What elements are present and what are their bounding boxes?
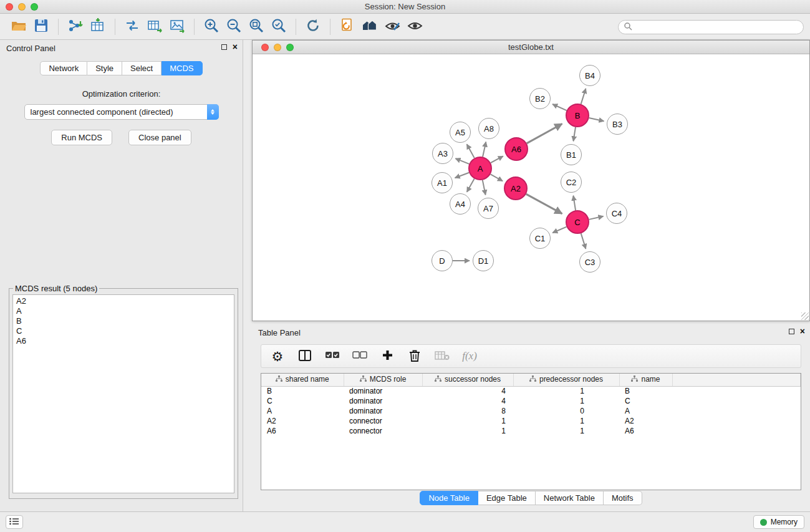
show-columns-button[interactable] — [297, 347, 312, 365]
graph-node-B4[interactable]: B4 — [579, 65, 600, 86]
column-header-name[interactable]: name — [619, 374, 672, 386]
graph-edge-A-A6[interactable] — [491, 156, 503, 163]
column-header-shared-name[interactable]: shared name — [261, 374, 344, 386]
graph-edge-A6-B[interactable] — [527, 124, 562, 143]
graph-node-C2[interactable]: C2 — [561, 172, 582, 193]
close-network-window-button[interactable] — [261, 44, 269, 51]
minimize-network-window-button[interactable] — [274, 44, 281, 51]
table-settings-button[interactable]: ⚙ — [270, 347, 285, 365]
column-header-MCDS-role[interactable]: MCDS role — [344, 374, 422, 386]
network-window-titlebar[interactable]: testGlobe.txt — [253, 41, 809, 54]
graph-edge-B-B4[interactable] — [581, 89, 586, 104]
column-header-predecessor-nodes[interactable]: predecessor nodes — [513, 374, 619, 386]
table-tab-network-table[interactable]: Network Table — [536, 491, 604, 505]
graph-edge-A-A7[interactable] — [483, 180, 486, 195]
zoom-network-window-button[interactable] — [286, 44, 294, 51]
graphics-details-button[interactable] — [381, 17, 403, 37]
graph-edge-C-C3[interactable] — [581, 233, 586, 249]
graph-edge-A-A1[interactable] — [455, 173, 470, 178]
table-row[interactable]: Bdominator41B — [261, 386, 801, 396]
result-item[interactable]: C — [16, 326, 231, 336]
graph-node-A6[interactable]: A6 — [504, 137, 528, 161]
import-network-button[interactable] — [64, 17, 87, 37]
add-row-button[interactable] — [380, 347, 395, 365]
table-row[interactable]: Cdominator41C — [261, 396, 801, 406]
graph-node-A3[interactable]: A3 — [432, 143, 453, 164]
export-table-button[interactable] — [143, 17, 166, 37]
graph-node-C[interactable]: C — [566, 210, 589, 234]
open-session-document-button[interactable] — [336, 17, 359, 37]
zoom-window-button[interactable] — [31, 3, 38, 11]
save-session-button[interactable] — [30, 17, 52, 37]
table-tab-motifs[interactable]: Motifs — [604, 491, 642, 505]
graph-node-C4[interactable]: C4 — [606, 203, 627, 224]
refresh-view-button[interactable] — [302, 17, 324, 37]
network-canvas[interactable]: AA2A6BCA1A3A4A5A7A8B1B2B3B4C1C2C3C4DD1 — [253, 54, 809, 321]
home-layouts-button[interactable] — [359, 17, 381, 37]
graph-edge-A-A2[interactable] — [491, 174, 503, 181]
column-header-successor-nodes[interactable]: successor nodes — [422, 374, 513, 386]
graph-node-B2[interactable]: B2 — [529, 88, 551, 109]
graph-node-A7[interactable]: A7 — [478, 198, 499, 219]
graph-edge-A2-C[interactable] — [526, 194, 562, 213]
deselect-all-button[interactable] — [352, 347, 367, 365]
open-file-button[interactable] — [7, 17, 30, 37]
export-network-button[interactable] — [121, 17, 143, 37]
import-table-button[interactable] — [87, 17, 109, 37]
graph-node-B1[interactable]: B1 — [561, 144, 582, 165]
control-panel-tab-mcds[interactable]: MCDS — [162, 61, 202, 75]
select-all-button[interactable] — [325, 347, 340, 365]
function-builder-button[interactable]: f(x) — [462, 347, 477, 365]
graph-node-C1[interactable]: C1 — [529, 228, 551, 249]
control-panel-tab-select[interactable]: Select — [122, 61, 162, 75]
graph-edge-A-A8[interactable] — [483, 142, 486, 157]
graph-node-A1[interactable]: A1 — [432, 172, 453, 193]
zoom-out-button[interactable] — [223, 17, 245, 37]
zoom-in-button[interactable] — [200, 17, 223, 37]
table-tab-node-table[interactable]: Node Table — [420, 491, 478, 505]
export-image-button[interactable] — [166, 17, 188, 37]
control-panel-tab-style[interactable]: Style — [87, 61, 122, 75]
graph-node-A8[interactable]: A8 — [478, 118, 499, 139]
close-panel-icon[interactable]: × — [233, 44, 238, 50]
result-item[interactable]: A6 — [16, 336, 231, 346]
minimize-window-button[interactable] — [18, 3, 26, 11]
zoom-selected-button[interactable] — [268, 17, 290, 37]
table-row[interactable]: A2connector11A2 — [261, 416, 801, 426]
graph-node-A5[interactable]: A5 — [450, 122, 471, 143]
delete-rows-button[interactable] — [407, 347, 422, 365]
run-mcds-button[interactable]: Run MCDS — [51, 130, 112, 145]
task-history-button[interactable] — [6, 515, 23, 529]
close-panel-button[interactable]: Close panel — [128, 130, 191, 145]
float-panel-icon[interactable] — [221, 44, 227, 50]
result-item[interactable]: B — [16, 316, 231, 326]
graph-edge-B-B2[interactable] — [552, 104, 567, 110]
result-item[interactable]: A — [16, 306, 231, 316]
graph-edge-C-C1[interactable] — [552, 227, 566, 233]
graph-edge-A-A4[interactable] — [467, 179, 475, 192]
delete-table-button[interactable] — [435, 347, 450, 365]
float-table-panel-icon[interactable] — [789, 329, 794, 334]
graph-node-B3[interactable]: B3 — [607, 114, 628, 135]
graph-node-A[interactable]: A — [468, 157, 492, 180]
table-row[interactable]: Adominator80A — [261, 406, 801, 416]
graph-edge-B-B3[interactable] — [589, 118, 604, 121]
graph-edge-A-A3[interactable] — [455, 158, 469, 164]
graph-edge-C-C4[interactable] — [589, 216, 604, 220]
memory-button[interactable]: Memory — [753, 515, 804, 529]
graph-edge-B-B1[interactable] — [573, 127, 576, 142]
table-row[interactable]: A6connector11A6 — [261, 426, 801, 436]
zoom-fit-button[interactable] — [245, 17, 268, 37]
mcds-result-list[interactable]: A2ABCA6 — [12, 294, 234, 493]
table-tab-edge-table[interactable]: Edge Table — [478, 491, 536, 505]
window-resize-grip[interactable] — [801, 312, 809, 320]
graph-edge-C-C2[interactable] — [573, 196, 576, 210]
close-table-panel-icon[interactable]: × — [800, 328, 805, 334]
graph-node-A2[interactable]: A2 — [504, 177, 528, 200]
graph-node-D[interactable]: D — [432, 250, 453, 271]
graph-node-D1[interactable]: D1 — [473, 250, 494, 271]
control-panel-tab-network[interactable]: Network — [40, 61, 87, 75]
optimization-criterion-select[interactable]: largest connected component (directed) — [24, 104, 219, 120]
search-box[interactable] — [618, 20, 804, 34]
show-hide-view-button[interactable] — [403, 17, 426, 37]
